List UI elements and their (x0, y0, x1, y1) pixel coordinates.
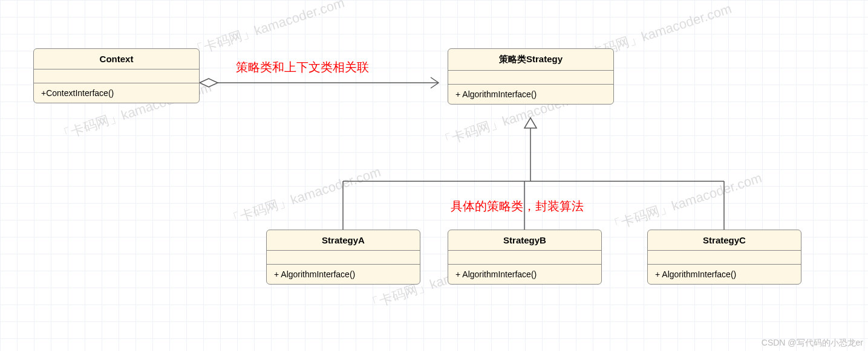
class-title: 策略类Strategy (448, 49, 613, 71)
class-attrs (648, 251, 801, 265)
annotation-concrete: 具体的策略类，封装算法 (451, 198, 584, 214)
annotation-association: 策略类和上下文类相关联 (236, 59, 369, 76)
class-strategy: 策略类Strategy + AlgorithmInterface() (448, 48, 614, 105)
class-strategy-a: StrategyA + AlgorithmInterface() (266, 230, 420, 285)
class-title: StrategyC (648, 230, 801, 251)
class-context: Context +ContextInterface() (33, 48, 200, 103)
class-title: StrategyA (267, 230, 420, 251)
class-strategy-b: StrategyB + AlgorithmInterface() (448, 230, 602, 285)
class-attrs (448, 71, 613, 85)
class-attrs (34, 69, 199, 83)
class-ops: + AlgorithmInterface() (648, 265, 801, 284)
class-title: Context (34, 49, 199, 69)
class-ops: + AlgorithmInterface() (448, 85, 613, 104)
class-title: StrategyB (448, 230, 601, 251)
class-ops: + AlgorithmInterface() (267, 265, 420, 284)
class-ops: + AlgorithmInterface() (448, 265, 601, 284)
class-attrs (448, 251, 601, 265)
csdn-credit: CSDN @写代码的小恐龙er (762, 338, 863, 349)
class-attrs (267, 251, 420, 265)
class-strategy-c: StrategyC + AlgorithmInterface() (647, 230, 801, 285)
class-ops: +ContextInterface() (34, 83, 199, 103)
